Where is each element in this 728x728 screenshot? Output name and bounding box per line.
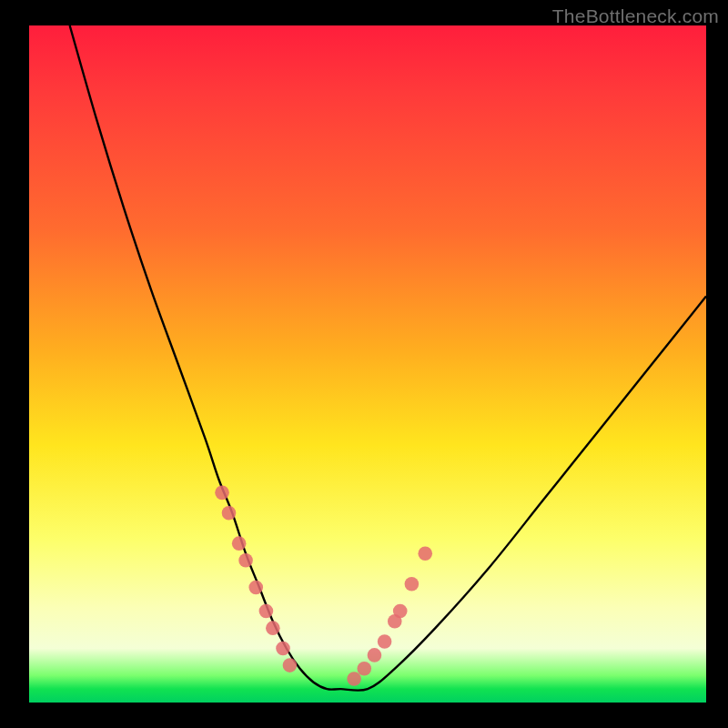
marker-point [347,672,361,686]
highlighted-points [215,486,432,686]
marker-point [283,658,298,672]
marker-point [222,506,237,521]
marker-point [215,486,229,500]
chart-svg [29,25,706,703]
marker-point [418,547,432,561]
chart-frame: TheBottleneck.com [0,0,728,728]
marker-point [357,662,371,676]
marker-point [259,604,274,619]
watermark: TheBottleneck.com [552,5,719,27]
marker-point [248,581,263,595]
marker-point [232,536,247,551]
plot-area [29,25,706,703]
marker-point [276,642,290,656]
marker-point [368,648,382,662]
marker-point [405,577,420,592]
bottleneck-curve [70,25,706,691]
marker-point [238,553,253,568]
marker-point [266,621,280,635]
marker-point [378,634,392,649]
marker-point [393,604,408,619]
